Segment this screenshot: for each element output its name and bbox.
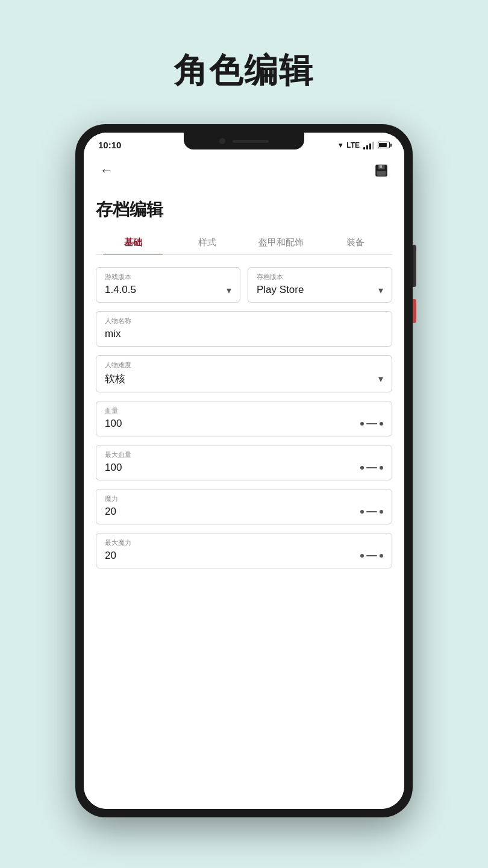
game-version-row: 1.4.0.5 ▾ <box>105 284 231 296</box>
section-title: 存档编辑 <box>96 198 392 221</box>
character-name-field[interactable]: 人物名称 mix <box>96 311 392 347</box>
difficulty-row: 软核 ▾ <box>105 372 383 386</box>
power-button <box>413 245 416 287</box>
phone-frame: 10:10 ▾ LTE ← <box>75 124 413 817</box>
max-hp-label: 最大血量 <box>105 450 383 459</box>
game-version-field[interactable]: 游戏版本 1.4.0.5 ▾ <box>96 267 240 303</box>
stepper-dot-2 <box>380 554 383 558</box>
tab-style[interactable]: 样式 <box>170 231 244 254</box>
save-version-label: 存档版本 <box>257 272 383 281</box>
save-version-field[interactable]: 存档版本 Play Store ▾ <box>248 267 392 303</box>
back-button[interactable]: ← <box>96 160 117 181</box>
character-name-label: 人物名称 <box>105 316 383 326</box>
difficulty-value: 软核 <box>105 372 125 386</box>
version-row: 游戏版本 1.4.0.5 ▾ 存档版本 Play Store ▾ <box>96 267 392 303</box>
hp-field[interactable]: 血量 100 <box>96 401 392 436</box>
volume-button <box>413 299 416 323</box>
max-mana-row: 20 <box>105 550 383 562</box>
save-button[interactable] <box>371 160 392 181</box>
mana-row: 20 <box>105 506 383 518</box>
save-version-chevron: ▾ <box>378 285 383 296</box>
app-toolbar: ← <box>84 155 404 186</box>
hp-value: 100 <box>105 418 122 430</box>
stepper-dot-2 <box>380 466 383 470</box>
save-version-value: Play Store <box>257 284 304 296</box>
tab-equipment[interactable]: 装备 <box>318 231 392 254</box>
character-name-value: mix <box>105 328 120 339</box>
stepper-dot-2 <box>380 422 383 426</box>
battery-fill <box>379 143 387 147</box>
stepper-dot-2 <box>380 510 383 514</box>
max-hp-stepper[interactable] <box>360 466 383 470</box>
phone-screen: 10:10 ▾ LTE ← <box>84 133 404 809</box>
save-icon <box>374 163 389 178</box>
content-area: 存档编辑 基础 样式 盔甲和配饰 装备 <box>84 186 404 809</box>
max-hp-field[interactable]: 最大血量 100 <box>96 445 392 480</box>
signal-bar-2 <box>366 145 368 149</box>
mana-value: 20 <box>105 506 116 518</box>
signal-bar-4 <box>372 142 374 149</box>
tab-basic[interactable]: 基础 <box>96 231 170 254</box>
tabs-row: 基础 样式 盔甲和配饰 装备 <box>96 231 392 255</box>
max-mana-field[interactable]: 最大魔力 20 <box>96 533 392 568</box>
difficulty-field[interactable]: 人物难度 软核 ▾ <box>96 355 392 392</box>
status-icons: ▾ LTE <box>339 140 390 149</box>
mana-label: 魔力 <box>105 494 383 503</box>
stepper-dot-1 <box>360 554 364 558</box>
speaker-bar <box>233 140 269 143</box>
phone-mockup: 10:10 ▾ LTE ← <box>75 124 413 817</box>
difficulty-chevron: ▾ <box>378 373 383 385</box>
signal-bar-3 <box>369 143 371 149</box>
max-hp-value: 100 <box>105 462 122 474</box>
hp-row: 100 <box>105 418 383 430</box>
svg-rect-2 <box>380 165 382 168</box>
max-mana-stepper[interactable] <box>360 554 383 558</box>
tab-armor[interactable]: 盔甲和配饰 <box>244 231 318 254</box>
wifi-icon: ▾ <box>339 140 343 149</box>
stepper-dot-1 <box>360 422 364 426</box>
stepper-line <box>366 423 377 424</box>
stepper-line <box>366 555 377 556</box>
status-time: 10:10 <box>98 140 121 150</box>
game-version-chevron: ▾ <box>227 285 231 296</box>
max-mana-value: 20 <box>105 550 116 562</box>
game-version-value: 1.4.0.5 <box>105 284 136 296</box>
page-title: 角色编辑 <box>174 48 314 94</box>
mana-field[interactable]: 魔力 20 <box>96 489 392 524</box>
phone-notch <box>184 133 304 149</box>
mana-stepper[interactable] <box>360 510 383 514</box>
stepper-dot-1 <box>360 466 364 470</box>
camera-dot <box>219 138 225 144</box>
max-mana-label: 最大魔力 <box>105 538 383 547</box>
svg-rect-3 <box>377 171 386 176</box>
stepper-line <box>366 467 377 468</box>
signal-bars <box>363 141 374 149</box>
stepper-dot-1 <box>360 510 364 514</box>
game-version-label: 游戏版本 <box>105 272 231 281</box>
difficulty-label: 人物难度 <box>105 360 383 370</box>
battery-icon <box>378 142 390 148</box>
hp-label: 血量 <box>105 406 383 415</box>
signal-bar-1 <box>363 147 365 149</box>
save-version-row: Play Store ▾ <box>257 284 383 296</box>
lte-label: LTE <box>346 141 360 149</box>
hp-stepper[interactable] <box>360 422 383 426</box>
max-hp-row: 100 <box>105 462 383 474</box>
stepper-line <box>366 511 377 512</box>
